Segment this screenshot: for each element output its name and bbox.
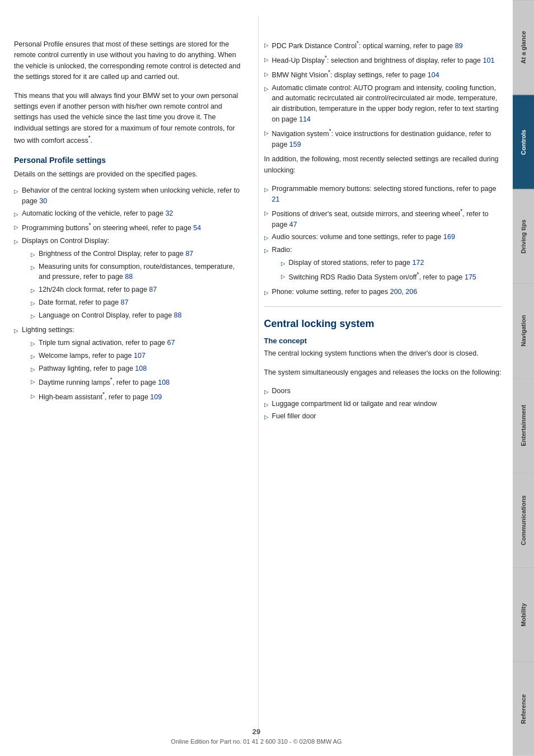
arrow-icon: ▷ — [31, 312, 35, 320]
page-link[interactable]: 32 — [165, 209, 173, 217]
page-link[interactable]: 47 — [289, 221, 297, 228]
sub-list-item-text: Pathway lighting, refer to page 108 — [39, 363, 147, 374]
list-item-text: Displays on Control Display: ▷ Brightnes… — [22, 236, 247, 323]
sidebar-tab-controls[interactable]: Controls — [513, 95, 534, 189]
arrow-icon: ▷ — [14, 223, 18, 231]
list-item-text: Automatic locking of the vehicle, refer … — [22, 208, 247, 219]
right-column: ▷ PDC Park Distance Control*: optical wa… — [258, 17, 502, 739]
sidebar-tab-communications[interactable]: Communications — [513, 473, 534, 567]
page-number: 29 — [0, 727, 513, 736]
sub-list-item-text: 12h/24h clock format, refer to page 87 — [39, 284, 157, 295]
arrow-icon: ▷ — [281, 259, 285, 268]
arrow-icon: ▷ — [31, 377, 35, 386]
arrow-icon: ▷ — [14, 187, 18, 195]
page-link[interactable]: 89 — [455, 42, 463, 50]
sidebar-tab-driving-tips[interactable]: Driving tips — [513, 189, 534, 284]
list-item: ▷ Displays on Control Display: ▷ Brightn… — [14, 236, 247, 323]
page-container: Personal Profile ensures that most of th… — [0, 0, 534, 756]
sub-list-item-text: Brightness of the Control Display, refer… — [39, 249, 193, 259]
sub-list: ▷ Brightness of the Control Display, ref… — [22, 249, 247, 321]
list-item: ▷ Head-Up Display*: selection and bright… — [264, 54, 502, 66]
page-link[interactable]: 88 — [174, 311, 182, 319]
arrow-icon: ▷ — [264, 246, 269, 255]
arrow-icon: ▷ — [31, 286, 35, 295]
sub-list: ▷ Display of stored stations, refer to p… — [272, 258, 502, 283]
page-link[interactable]: 108 — [135, 365, 147, 372]
list-item: ▷ Doors — [264, 386, 502, 396]
sidebar-tab-navigation[interactable]: Navigation — [513, 283, 534, 378]
sidebar-tab-mobility[interactable]: Mobility — [513, 567, 534, 662]
page-link[interactable]: 21 — [272, 195, 280, 203]
list-item-text: PDC Park Distance Control*: optical warn… — [272, 39, 502, 52]
sub-list-item: ▷ Measuring units for consumption, route… — [31, 262, 247, 283]
list-item-text: Head-Up Display*: selection and brightne… — [272, 54, 502, 66]
page-link[interactable]: 169 — [443, 233, 455, 241]
page-link[interactable]: 88 — [125, 273, 133, 281]
page-link[interactable]: 172 — [413, 259, 424, 267]
list-item: ▷ Navigation system*: voice instructions… — [264, 127, 502, 150]
list-item-text: Radio: ▷ Display of stored stations, ref… — [272, 245, 502, 284]
page-link[interactable]: 200 — [390, 288, 402, 296]
page-link[interactable]: 206 — [406, 288, 418, 296]
list-item-text: Positions of driver's seat, outside mirr… — [272, 207, 502, 230]
list-item-text: Behavior of the central locking system w… — [22, 185, 247, 207]
main-content: Personal Profile ensures that most of th… — [0, 0, 513, 756]
arrow-icon: ▷ — [264, 400, 269, 409]
list-item: ▷ Luggage compartment lid or tailgate an… — [264, 399, 502, 409]
settings-list: ▷ Behavior of the central locking system… — [14, 185, 247, 405]
intro-paragraph-1: Personal Profile ensures that most of th… — [14, 39, 247, 83]
page-link[interactable]: 175 — [465, 273, 476, 281]
sub-list-item: ▷ Language on Control Display, refer to … — [31, 310, 247, 321]
page-link[interactable]: 101 — [483, 57, 495, 64]
list-item-text: Programming buttons* on steering wheel, … — [22, 221, 247, 234]
page-link[interactable]: 30 — [39, 197, 47, 205]
arrow-icon: ▷ — [31, 299, 35, 307]
list-item-text: Luggage compartment lid or tailgate and … — [272, 399, 502, 409]
list-item-text: Audio sources: volume and tone settings,… — [272, 232, 502, 242]
list-item-text: Fuel filler door — [272, 411, 502, 422]
the-concept-heading: The concept — [264, 337, 502, 345]
concept-text-2: The system simultaneously engages and re… — [264, 367, 502, 378]
page-link[interactable]: 114 — [299, 115, 311, 123]
page-link[interactable]: 104 — [428, 71, 439, 79]
page-link[interactable]: 87 — [149, 286, 157, 293]
left-column: Personal Profile ensures that most of th… — [14, 17, 258, 739]
arrow-icon: ▷ — [264, 70, 269, 78]
list-item-text: Lighting settings: ▷ Triple turn signal … — [22, 325, 247, 405]
arrow-icon: ▷ — [264, 388, 269, 396]
sidebar-tab-entertainment[interactable]: Entertainment — [513, 378, 534, 473]
arrow-icon: ▷ — [14, 210, 18, 218]
arrow-icon: ▷ — [31, 250, 35, 259]
list-item: ▷ Positions of driver's seat, outside mi… — [264, 207, 502, 230]
page-link[interactable]: 108 — [158, 379, 170, 386]
list-item-text: Automatic climate control: AUTO program … — [272, 83, 502, 125]
arrow-icon: ▷ — [264, 209, 269, 217]
arrow-icon: ▷ — [264, 234, 269, 242]
arrow-icon: ▷ — [264, 288, 269, 297]
list-item: ▷ Programmable memory buttons: selecting… — [264, 184, 502, 205]
intro-paragraph-2: This means that you will always find you… — [14, 91, 247, 147]
list-item: ▷ Automatic climate control: AUTO progra… — [264, 83, 502, 125]
page-link[interactable]: 87 — [185, 250, 193, 258]
sub-list-item: ▷ Triple turn signal activation, refer t… — [31, 338, 247, 348]
list-item: ▷ Fuel filler door — [264, 411, 502, 422]
page-link[interactable]: 107 — [134, 352, 146, 360]
list-item: ▷ Behavior of the central locking system… — [14, 185, 247, 207]
arrow-icon: ▷ — [14, 237, 18, 246]
sidebar-tab-at-a-glance[interactable]: At a glance — [513, 0, 534, 95]
sub-list-item-text: High-beam assistant*, refer to page 109 — [39, 390, 162, 403]
arrow-icon: ▷ — [31, 263, 35, 272]
page-link[interactable]: 87 — [121, 298, 129, 306]
page-link[interactable]: 54 — [193, 224, 201, 232]
page-link[interactable]: 67 — [167, 339, 175, 347]
arrow-icon: ▷ — [31, 352, 35, 361]
arrow-icon: ▷ — [264, 85, 269, 93]
sub-list-item: ▷ Display of stored stations, refer to p… — [281, 258, 502, 268]
sidebar-tab-reference[interactable]: Reference — [513, 661, 534, 756]
right-top-list: ▷ PDC Park Distance Control*: optical wa… — [264, 39, 502, 150]
sub-list: ▷ Triple turn signal activation, refer t… — [22, 338, 247, 403]
arrow-icon: ▷ — [264, 41, 269, 49]
page-link[interactable]: 109 — [150, 393, 162, 401]
list-item: ▷ PDC Park Distance Control*: optical wa… — [264, 39, 502, 52]
page-link[interactable]: 159 — [289, 141, 301, 148]
